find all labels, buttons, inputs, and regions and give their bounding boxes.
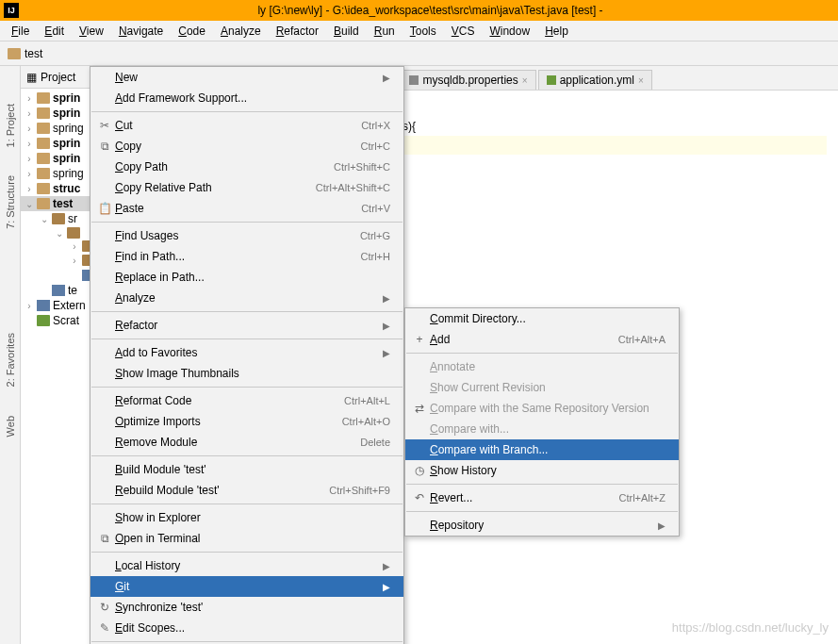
breadcrumb[interactable]: test	[25, 47, 42, 60]
menu-item[interactable]: ⧉CopyCtrl+C	[90, 136, 403, 157]
menu-item[interactable]: Add to Favorites▶	[90, 342, 403, 363]
menu-item: Annotate	[405, 356, 679, 377]
menu-item[interactable]: Git▶	[90, 576, 403, 597]
menu-item[interactable]: +AddCtrl+Alt+A	[405, 329, 679, 350]
menu-build[interactable]: Build	[326, 23, 367, 40]
menu-item[interactable]: Build Module 'test'	[90, 459, 403, 480]
watermark: https://blog.csdn.net/lucky_ly	[672, 620, 829, 635]
editor-tab[interactable]: application.yml×	[538, 70, 652, 90]
menu-item[interactable]: Analyze▶	[90, 288, 403, 308]
menu-refactor[interactable]: Refactor	[269, 23, 326, 40]
menu-item: Show Current Revision	[405, 377, 679, 398]
gutter-web[interactable]: Web	[5, 416, 16, 437]
menu-vcs[interactable]: VCS	[444, 23, 483, 40]
menu-item[interactable]: Local History▶	[90, 555, 403, 576]
breadcrumb-bar: test	[0, 41, 838, 66]
menu-tools[interactable]: Tools	[403, 23, 444, 40]
menu-item[interactable]: Optimize ImportsCtrl+Alt+O	[90, 411, 403, 432]
menu-item[interactable]: Show Image Thumbnails	[90, 363, 403, 384]
menu-item[interactable]: Remove ModuleDelete	[90, 432, 403, 453]
gutter-favorites[interactable]: 2: Favorites	[5, 333, 16, 387]
menu-code[interactable]: Code	[171, 23, 213, 40]
window-title: ly [G:\new\ly] - G:\idea_workspace\test\…	[26, 4, 834, 17]
menu-edit[interactable]: Edit	[37, 23, 72, 40]
menu-item[interactable]: ✎Edit Scopes...	[90, 618, 403, 638]
menu-item[interactable]: Rebuild Module 'test'Ctrl+Shift+F9	[90, 480, 403, 501]
title-bar: IJ ly [G:\new\ly] - G:\idea_workspace\te…	[0, 0, 838, 21]
menu-item[interactable]: 📋PasteCtrl+V	[90, 198, 403, 219]
gutter-structure[interactable]: 7: Structure	[5, 175, 16, 229]
menu-analyze[interactable]: Analyze	[213, 23, 269, 40]
menu-item[interactable]: Show in Explorer	[90, 507, 403, 528]
menu-item[interactable]: ◷Show History	[405, 460, 679, 481]
menu-item[interactable]: Repository▶	[405, 515, 679, 536]
close-icon[interactable]: ×	[522, 75, 528, 86]
menu-view[interactable]: View	[72, 23, 111, 40]
menu-item[interactable]: ⧉Open in Terminal	[90, 528, 403, 549]
menu-bar: FileEditViewNavigateCodeAnalyzeRefactorB…	[0, 21, 838, 41]
menu-navigate[interactable]: Navigate	[111, 23, 171, 40]
menu-help[interactable]: Help	[537, 23, 576, 40]
menu-file[interactable]: File	[4, 23, 37, 40]
menu-item[interactable]: Add Framework Support...	[90, 88, 403, 108]
menu-item[interactable]: ↻Synchronize 'test'	[90, 597, 403, 618]
context-menu-main[interactable]: New▶Add Framework Support...✂CutCtrl+X⧉C…	[90, 66, 404, 644]
menu-item[interactable]: Compare with Branch...	[405, 439, 679, 460]
editor-tab[interactable]: mysqldb.properties×	[401, 70, 535, 90]
menu-window[interactable]: Window	[482, 23, 537, 40]
menu-item: Compare with...	[405, 419, 679, 439]
context-menu-git[interactable]: Commit Directory...+AddCtrl+Alt+AAnnotat…	[404, 307, 680, 537]
menu-item[interactable]: ↶Revert...Ctrl+Alt+Z	[405, 487, 679, 508]
menu-item[interactable]: ✂CutCtrl+X	[90, 115, 403, 136]
menu-item[interactable]: Copy PathCtrl+Shift+C	[90, 157, 403, 177]
menu-item[interactable]: Replace in Path...	[90, 267, 403, 288]
menu-item[interactable]: Refactor▶	[90, 315, 403, 336]
menu-item[interactable]: Commit Directory...	[405, 308, 679, 329]
left-gutter: 1: Project 7: Structure 2: Favorites Web	[0, 66, 21, 644]
app-icon: IJ	[4, 3, 19, 18]
menu-run[interactable]: Run	[367, 23, 403, 40]
close-icon[interactable]: ×	[638, 75, 644, 86]
menu-item[interactable]: Reformat CodeCtrl+Alt+L	[90, 390, 403, 411]
menu-item[interactable]: New▶	[90, 67, 403, 88]
menu-item[interactable]: Find UsagesCtrl+G	[90, 225, 403, 246]
menu-item[interactable]: Find in Path...Ctrl+H	[90, 246, 403, 267]
gutter-project[interactable]: 1: Project	[5, 104, 16, 147]
folder-icon	[8, 48, 21, 59]
menu-item[interactable]: Copy Relative PathCtrl+Alt+Shift+C	[90, 177, 403, 198]
menu-item: ⇄Compare with the Same Repository Versio…	[405, 398, 679, 419]
